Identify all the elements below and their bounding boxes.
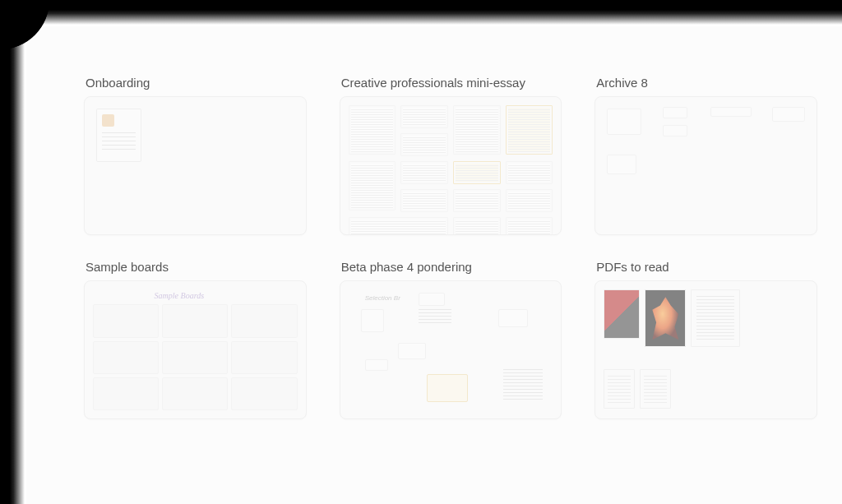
board-item-archive: Archive 8	[594, 76, 817, 235]
board-title: Beta phase 4 pondering	[340, 260, 562, 274]
board-thumbnail-essay[interactable]	[340, 96, 562, 235]
board-thumbnail-archive[interactable]	[594, 96, 817, 235]
handwriting-label: Sample Boards	[155, 291, 204, 300]
board-thumbnail-beta[interactable]: Selection Br	[340, 280, 562, 419]
app-screen: Onboarding Creative professionals mini-e…	[26, 26, 842, 504]
board-thumbnail-onboarding[interactable]	[84, 96, 307, 235]
thumbnail-preview	[604, 105, 808, 226]
board-thumbnail-pdfs[interactable]	[594, 280, 817, 419]
thumbnail-preview	[93, 105, 298, 226]
board-thumbnail-samples[interactable]: Sample Boards	[84, 280, 307, 419]
board-title: Creative professionals mini-essay	[340, 76, 562, 90]
board-item-pdfs: PDFs to read	[594, 260, 817, 419]
board-title: Onboarding	[84, 76, 307, 90]
board-gallery: Onboarding Creative professionals mini-e…	[26, 26, 842, 444]
board-item-essay: Creative professionals mini-essay	[340, 76, 562, 235]
board-item-samples: Sample boards Sample Boards	[84, 260, 307, 419]
thumbnail-preview	[604, 289, 808, 410]
board-title: Archive 8	[594, 76, 817, 90]
thumbnail-preview: Selection Br	[349, 289, 553, 410]
handwriting-label: Selection Br	[365, 294, 400, 302]
board-item-beta: Beta phase 4 pondering Selection Br	[340, 260, 562, 419]
board-title: PDFs to read	[594, 260, 817, 274]
board-title: Sample boards	[84, 260, 307, 274]
thumbnail-preview	[349, 105, 553, 226]
thumbnail-preview: Sample Boards	[93, 289, 298, 410]
board-item-onboarding: Onboarding	[84, 76, 307, 235]
